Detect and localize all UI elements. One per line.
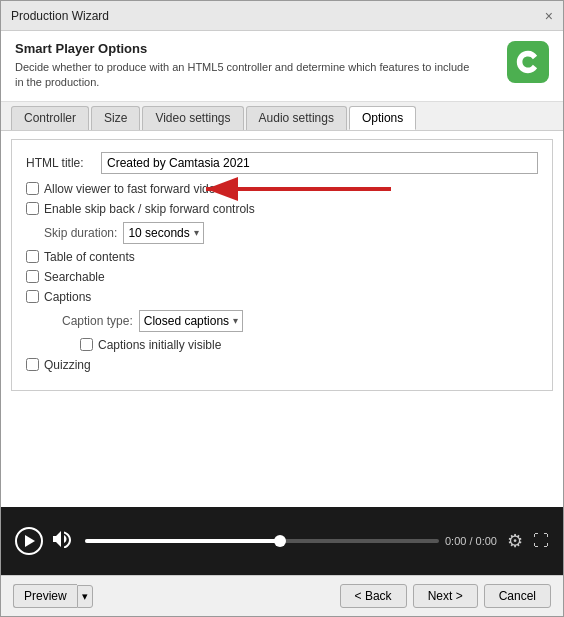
quizzing-label: Quizzing — [44, 358, 91, 372]
camtasia-logo-icon — [514, 48, 542, 76]
skip-duration-row: Skip duration: 10 seconds ▾ — [44, 222, 538, 244]
table-of-contents-row: Table of contents — [26, 250, 538, 264]
settings-button[interactable]: ⚙ — [507, 530, 523, 552]
captions-row: Captions — [26, 290, 538, 304]
skip-duration-select[interactable]: 10 seconds ▾ — [123, 222, 203, 244]
captions-checkbox[interactable] — [26, 290, 39, 303]
options-panel: HTML title: Allow viewer to fast forward… — [11, 139, 553, 391]
allow-fast-forward-row: Allow viewer to fast forward video — [26, 182, 538, 196]
tab-controller[interactable]: Controller — [11, 106, 89, 130]
preview-button[interactable]: Preview — [13, 584, 77, 608]
table-of-contents-checkbox[interactable] — [26, 250, 39, 263]
caption-type-select[interactable]: Closed captions ▾ — [139, 310, 243, 332]
header-description: Decide whether to produce with an HTML5 … — [15, 60, 475, 91]
header-title: Smart Player Options — [15, 41, 475, 56]
camtasia-logo — [507, 41, 549, 83]
quizzing-checkbox[interactable] — [26, 358, 39, 371]
tab-size[interactable]: Size — [91, 106, 140, 130]
enable-skip-label: Enable skip back / skip forward controls — [44, 202, 255, 216]
next-button[interactable]: Next > — [413, 584, 478, 608]
html-title-input[interactable] — [101, 152, 538, 174]
time-display: 0:00 / 0:00 — [445, 535, 497, 547]
tab-video-settings[interactable]: Video settings — [142, 106, 243, 130]
skip-duration-arrow: ▾ — [194, 227, 199, 238]
action-bar: Preview ▾ < Back Next > Cancel — [1, 575, 563, 616]
play-button[interactable] — [15, 527, 43, 555]
cancel-button[interactable]: Cancel — [484, 584, 551, 608]
searchable-label: Searchable — [44, 270, 105, 284]
progress-track[interactable] — [85, 539, 439, 543]
volume-icon — [53, 530, 75, 548]
captions-label: Captions — [44, 290, 91, 304]
progress-bar-container[interactable]: 0:00 / 0:00 — [85, 535, 497, 547]
preview-btn-group: Preview ▾ — [13, 584, 93, 608]
header-text: Smart Player Options Decide whether to p… — [15, 41, 475, 91]
production-wizard-window: Production Wizard × Smart Player Options… — [0, 0, 564, 617]
preview-dropdown-button[interactable]: ▾ — [77, 585, 93, 608]
captions-visible-checkbox[interactable] — [80, 338, 93, 351]
progress-thumb — [274, 535, 286, 547]
tab-audio-settings[interactable]: Audio settings — [246, 106, 347, 130]
options-panel-wrapper: HTML title: Allow viewer to fast forward… — [1, 131, 563, 399]
content-area: HTML title: Allow viewer to fast forward… — [1, 131, 563, 575]
nav-buttons: < Back Next > Cancel — [340, 584, 551, 608]
volume-button[interactable] — [53, 530, 75, 552]
captions-visible-label: Captions initially visible — [98, 338, 221, 352]
searchable-checkbox[interactable] — [26, 270, 39, 283]
allow-fast-forward-checkbox[interactable] — [26, 182, 39, 195]
tab-options[interactable]: Options — [349, 106, 416, 130]
html-title-label: HTML title: — [26, 156, 101, 170]
enable-skip-row: Enable skip back / skip forward controls — [26, 202, 538, 216]
quizzing-row: Quizzing — [26, 358, 538, 372]
fullscreen-button[interactable]: ⛶ — [533, 532, 549, 550]
back-button[interactable]: < Back — [340, 584, 407, 608]
skip-duration-value: 10 seconds — [128, 226, 189, 240]
caption-type-label: Caption type: — [62, 314, 133, 328]
title-bar: Production Wizard × — [1, 1, 563, 31]
searchable-row: Searchable — [26, 270, 538, 284]
table-of-contents-label: Table of contents — [44, 250, 135, 264]
allow-fast-forward-label: Allow viewer to fast forward video — [44, 182, 222, 196]
close-button[interactable]: × — [545, 9, 553, 23]
html-title-row: HTML title: — [26, 152, 538, 174]
header-area: Smart Player Options Decide whether to p… — [1, 31, 563, 102]
caption-type-row: Caption type: Closed captions ▾ — [62, 310, 538, 332]
caption-type-value: Closed captions — [144, 314, 229, 328]
captions-visible-row: Captions initially visible — [80, 338, 538, 352]
tabs-bar: Controller Size Video settings Audio set… — [1, 102, 563, 131]
skip-duration-label: Skip duration: — [44, 226, 117, 240]
progress-fill — [85, 539, 280, 543]
video-player: 0:00 / 0:00 ⚙ ⛶ — [1, 507, 563, 575]
content-spacer — [1, 399, 563, 507]
window-title: Production Wizard — [11, 9, 109, 23]
enable-skip-checkbox[interactable] — [26, 202, 39, 215]
caption-type-arrow: ▾ — [233, 315, 238, 326]
